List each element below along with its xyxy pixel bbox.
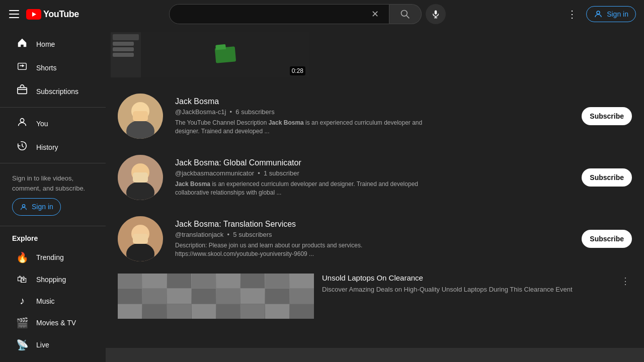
youtube-logo[interactable]: YouTube [26, 9, 79, 20]
video-desc: Discover Amazing Deals on High-Quality U… [322, 285, 611, 294]
subscriptions-icon [16, 84, 28, 98]
svg-rect-16 [133, 111, 148, 121]
top-video-container[interactable]: 0:28 [106, 32, 312, 81]
sidebar-item-shorts[interactable]: Shorts [4, 56, 102, 79]
trending-icon: 🔥 [16, 251, 28, 263]
video-more-options-button[interactable]: ⋮ [619, 274, 632, 289]
search-bar: jack bosma ✕ [169, 4, 389, 24]
main-content: 0:28 Jack Bosma @JackBosma-c1j • 6 [106, 28, 644, 362]
top-section: 0:28 [106, 28, 644, 81]
channel-desc: The YouTube Channel Description Jack Bos… [175, 119, 427, 136]
channel-name[interactable]: Jack Bosma: Global Communicator [175, 158, 570, 167]
video-thumbnail[interactable] [118, 274, 314, 319]
channel-handle: @JackBosma-c1j • 6 subscribers [175, 108, 570, 116]
sign-in-prompt: Sign in to like videos, comment, and sub… [12, 174, 85, 192]
topbar-left: YouTube [8, 8, 109, 20]
sidebar-sign-in-label: Sign in [32, 202, 53, 212]
channel-name[interactable]: Jack Bosma: Translation Services [175, 220, 570, 229]
live-icon: 📡 [16, 339, 28, 351]
explore-header: Explore [0, 230, 106, 246]
svg-point-12 [22, 204, 25, 207]
movies-icon: 🎬 [16, 317, 28, 329]
sidebar-label-you: You [36, 120, 48, 128]
channel-avatar[interactable] [118, 216, 163, 261]
you-icon [16, 117, 28, 130]
home-icon [16, 37, 28, 51]
channel-desc: Jack Bosma is an experienced curriculum … [175, 180, 427, 197]
topbar: YouTube jack bosma ✕ ⋮ Sign [0, 0, 644, 28]
video-result-item: Unsold Laptops On Clearance Discover Ama… [106, 269, 644, 323]
channel-item: Jack Bosma: Translation Services @transl… [106, 208, 644, 269]
account-circle-icon [20, 203, 28, 211]
sidebar: Home Shorts Subscriptions You History Si… [0, 28, 106, 362]
search-button[interactable] [389, 4, 422, 24]
channel-desc: Description: Please join us and learn ab… [175, 241, 427, 258]
shorts-icon [16, 61, 28, 74]
svg-line-3 [407, 16, 409, 18]
more-options-button[interactable]: ⋮ [562, 4, 582, 24]
search-icon [400, 9, 410, 19]
subscribe-button[interactable]: Subscribe [582, 168, 632, 187]
video-title[interactable]: Unsold Laptops On Clearance [322, 274, 611, 282]
video-duration: 0:28 [290, 66, 305, 75]
music-icon: ♪ [16, 295, 28, 307]
channel-name[interactable]: Jack Bosma [175, 97, 570, 106]
history-icon [16, 140, 28, 154]
svg-rect-9 [18, 87, 27, 94]
channel-handle: @jackbasmacommunicator • 1 subscriber [175, 169, 570, 177]
sidebar-item-live[interactable]: 📡 Live [4, 334, 102, 356]
sidebar-item-music[interactable]: ♪ Music [4, 290, 102, 312]
svg-point-11 [20, 119, 24, 122]
channel-handle: @translationjack • 5 subscribers [175, 231, 570, 238]
channel-avatar[interactable] [118, 155, 163, 200]
sign-in-label: Sign in [607, 10, 628, 18]
voice-search-button[interactable] [426, 4, 446, 24]
sidebar-label-live: Live [36, 341, 49, 349]
topbar-right: ⋮ Sign in [562, 4, 636, 24]
sidebar-label-home: Home [36, 40, 55, 48]
channel-info: Jack Bosma: Translation Services @transl… [175, 220, 570, 258]
svg-rect-24 [133, 234, 148, 244]
laptop-image [118, 274, 314, 319]
results-list: Jack Bosma @JackBosma-c1j • 6 subscriber… [106, 81, 644, 327]
sign-in-button[interactable]: Sign in [586, 6, 636, 22]
shopping-icon: 🛍 [16, 274, 28, 285]
channel-avatar[interactable] [118, 94, 163, 139]
sidebar-item-subscriptions[interactable]: Subscriptions [4, 79, 102, 103]
sidebar-label-subscriptions: Subscriptions [36, 87, 78, 96]
subscribe-button[interactable]: Subscribe [582, 107, 632, 125]
sign-in-section: Sign in to like videos, comment, and sub… [0, 167, 106, 222]
svg-rect-4 [434, 11, 437, 15]
svg-point-7 [597, 11, 600, 14]
sidebar-item-you[interactable]: You [4, 112, 102, 135]
account-icon [594, 10, 603, 19]
channel-info: Jack Bosma: Global Communicator @jackbas… [175, 158, 570, 197]
svg-point-2 [401, 11, 408, 17]
menu-icon[interactable] [8, 8, 20, 20]
sidebar-item-gaming[interactable]: 🎮 Gaming [4, 356, 102, 362]
sidebar-label-music: Music [36, 297, 55, 305]
clear-icon[interactable]: ✕ [367, 9, 383, 20]
sidebar-item-history[interactable]: History [4, 135, 102, 159]
sidebar-item-home[interactable]: Home [4, 32, 102, 56]
sidebar-label-trending: Trending [36, 253, 64, 261]
search-container: jack bosma ✕ [169, 4, 446, 24]
sidebar-label-movies: Movies & TV [36, 319, 76, 327]
channel-info: Jack Bosma @JackBosma-c1j • 6 subscriber… [175, 97, 570, 136]
sidebar-item-trending[interactable]: 🔥 Trending [4, 246, 102, 268]
svg-rect-20 [133, 172, 148, 183]
youtube-logo-text: YouTube [43, 9, 79, 20]
sidebar-item-movies[interactable]: 🎬 Movies & TV [4, 312, 102, 334]
sidebar-label-shopping: Shopping [36, 276, 66, 284]
sidebar-label-shorts: Shorts [36, 64, 56, 72]
youtube-icon [26, 9, 41, 20]
sidebar-item-shopping[interactable]: 🛍 Shopping [4, 268, 102, 290]
channel-item: Jack Bosma: Global Communicator @jackbas… [106, 147, 644, 208]
subscribe-button[interactable]: Subscribe [582, 230, 632, 248]
video-info: Unsold Laptops On Clearance Discover Ama… [322, 274, 611, 294]
search-input[interactable]: jack bosma [178, 10, 367, 19]
sidebar-label-history: History [36, 143, 58, 151]
mic-icon [431, 10, 440, 19]
channel-item: Jack Bosma @JackBosma-c1j • 6 subscriber… [106, 85, 644, 147]
sidebar-sign-in-button[interactable]: Sign in [12, 198, 61, 216]
